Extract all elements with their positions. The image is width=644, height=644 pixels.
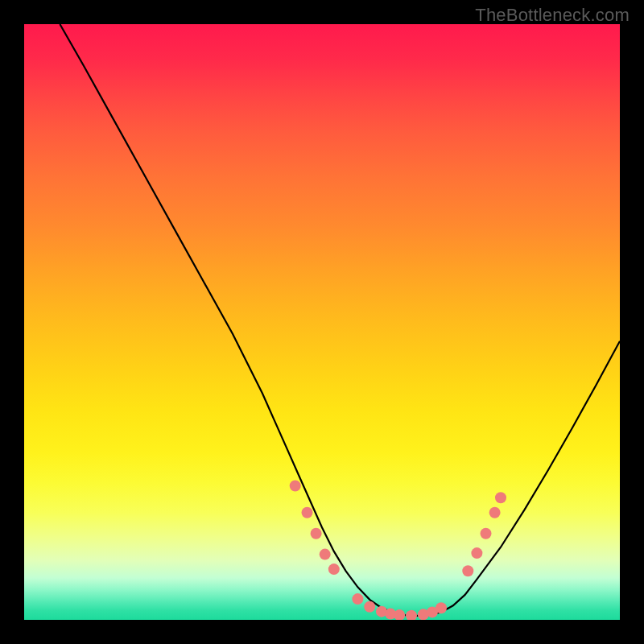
data-marker — [352, 593, 363, 605]
data-marker — [471, 547, 482, 559]
data-marker — [320, 549, 331, 560]
data-marker — [364, 601, 375, 613]
data-marker — [481, 528, 492, 539]
plot-area — [24, 24, 620, 620]
data-marker — [311, 528, 322, 539]
data-marker — [462, 565, 473, 576]
data-marker — [436, 602, 447, 613]
data-marker — [328, 564, 340, 575]
data-marker — [302, 507, 313, 518]
chart-svg — [24, 24, 620, 620]
data-marker — [495, 492, 506, 503]
marker-group — [290, 481, 506, 621]
data-marker — [489, 507, 501, 518]
data-marker — [290, 481, 301, 492]
bottleneck-curve — [60, 24, 620, 616]
watermark-text: TheBottleneck.com — [475, 5, 630, 26]
data-marker — [394, 609, 405, 620]
data-marker — [406, 610, 417, 620]
